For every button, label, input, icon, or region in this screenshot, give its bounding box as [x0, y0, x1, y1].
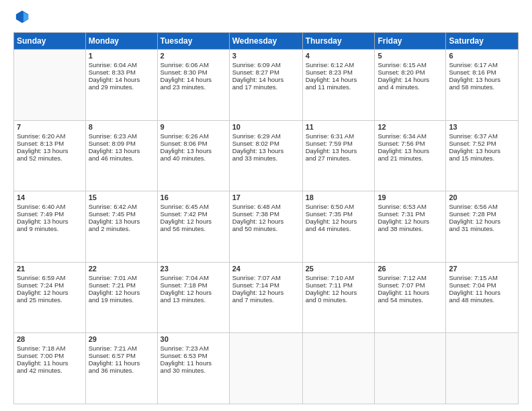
day-info-line: Daylight: 13 hours: [378, 147, 443, 154]
day-info-line: Sunrise: 6:20 AM: [17, 132, 83, 140]
day-number: 3: [232, 52, 300, 60]
calendar-cell: 23Sunrise: 7:04 AMSunset: 7:18 PMDayligh…: [157, 262, 229, 333]
logo-icon: [15, 9, 30, 24]
day-info-line: Sunset: 7:35 PM: [306, 210, 372, 218]
day-info-line: and 52 minutes.: [17, 154, 83, 162]
day-info-line: Sunset: 7:56 PM: [378, 140, 443, 147]
day-info-line: Sunset: 7:31 PM: [378, 210, 443, 218]
calendar-cell: 4Sunrise: 6:12 AMSunset: 8:23 PMDaylight…: [302, 50, 375, 121]
calendar-cell: 6Sunrise: 6:17 AMSunset: 8:16 PMDaylight…: [446, 50, 519, 121]
day-info-line: Daylight: 12 hours: [378, 218, 443, 225]
day-info-line: and 11 minutes.: [306, 83, 372, 91]
day-info-line: Sunset: 8:09 PM: [89, 140, 154, 147]
day-info-line: and 56 minutes.: [161, 225, 226, 232]
day-info-line: Daylight: 12 hours: [89, 289, 154, 296]
day-info-line: Daylight: 11 hours: [89, 359, 154, 367]
day-info-line: Sunset: 8:20 PM: [378, 68, 443, 76]
calendar-cell: [302, 333, 375, 404]
calendar-cell: [446, 333, 519, 404]
day-number: 21: [17, 265, 83, 273]
day-info-line: and 40 minutes.: [161, 154, 226, 162]
calendar-cell: 11Sunrise: 6:31 AMSunset: 7:59 PMDayligh…: [302, 120, 375, 191]
calendar-cell: 29Sunrise: 7:21 AMSunset: 6:57 PMDayligh…: [85, 333, 157, 404]
day-number: 29: [89, 335, 154, 343]
day-info-line: and 29 minutes.: [89, 83, 154, 91]
day-info-line: Sunset: 8:33 PM: [89, 68, 154, 76]
day-info-line: Sunrise: 6:59 AM: [17, 274, 83, 281]
day-info-line: and 15 minutes.: [449, 154, 515, 162]
day-info-line: and 38 minutes.: [378, 225, 443, 232]
day-number: 5: [378, 52, 443, 60]
calendar-week-row: 21Sunrise: 6:59 AMSunset: 7:24 PMDayligh…: [14, 262, 519, 333]
day-info-line: Sunset: 8:06 PM: [161, 140, 226, 147]
day-info-line: Sunrise: 7:04 AM: [161, 274, 226, 281]
day-info-line: and 27 minutes.: [306, 154, 372, 162]
calendar-cell: 24Sunrise: 7:07 AMSunset: 7:14 PMDayligh…: [229, 262, 302, 333]
day-info-line: Daylight: 14 hours: [89, 76, 154, 83]
day-info-line: Sunset: 7:28 PM: [449, 210, 515, 218]
calendar-body: 1Sunrise: 6:04 AMSunset: 8:33 PMDaylight…: [14, 50, 519, 404]
day-info-line: Daylight: 12 hours: [161, 289, 226, 296]
calendar-cell: 9Sunrise: 6:26 AMSunset: 8:06 PMDaylight…: [157, 120, 229, 191]
day-info-line: Sunrise: 7:23 AM: [161, 345, 226, 352]
day-info-line: and 58 minutes.: [449, 83, 515, 91]
day-info-line: Sunrise: 6:56 AM: [449, 203, 515, 210]
calendar-header-cell: Saturday: [446, 33, 519, 50]
calendar-cell: 15Sunrise: 6:42 AMSunset: 7:45 PMDayligh…: [85, 191, 157, 263]
day-info-line: and 44 minutes.: [306, 225, 372, 232]
calendar-cell: 14Sunrise: 6:40 AMSunset: 7:49 PMDayligh…: [14, 191, 86, 263]
calendar-cell: 10Sunrise: 6:29 AMSunset: 8:02 PMDayligh…: [229, 120, 302, 191]
day-info-line: Sunset: 7:11 PM: [306, 281, 372, 289]
day-info-line: Sunset: 7:04 PM: [449, 281, 515, 289]
calendar-cell: 7Sunrise: 6:20 AMSunset: 8:13 PMDaylight…: [14, 120, 86, 191]
day-info-line: and 31 minutes.: [449, 225, 515, 232]
day-info-line: Sunrise: 6:50 AM: [306, 203, 372, 210]
day-number: 12: [378, 123, 443, 131]
day-info-line: Daylight: 13 hours: [232, 147, 300, 154]
day-info-line: Daylight: 14 hours: [378, 76, 443, 83]
day-info-line: and 46 minutes.: [89, 154, 154, 162]
day-info-line: Sunset: 7:38 PM: [232, 210, 300, 218]
calendar-cell: 17Sunrise: 6:48 AMSunset: 7:38 PMDayligh…: [229, 191, 302, 263]
day-info-line: Sunrise: 7:18 AM: [17, 345, 83, 352]
day-info-line: Daylight: 12 hours: [17, 289, 83, 296]
calendar-cell: 3Sunrise: 6:09 AMSunset: 8:27 PMDaylight…: [229, 50, 302, 121]
day-number: 1: [89, 52, 154, 60]
calendar-header-row: SundayMondayTuesdayWednesdayThursdayFrid…: [14, 33, 519, 50]
calendar-cell: [14, 50, 86, 121]
day-info-line: Sunset: 7:07 PM: [378, 281, 443, 289]
calendar-header-cell: Friday: [375, 33, 446, 50]
day-number: 16: [161, 193, 226, 201]
day-info-line: and 7 minutes.: [232, 296, 300, 304]
day-info-line: Sunrise: 6:12 AM: [306, 61, 372, 68]
day-info-line: Daylight: 13 hours: [306, 147, 372, 154]
calendar-cell: 25Sunrise: 7:10 AMSunset: 7:11 PMDayligh…: [302, 262, 375, 333]
day-info-line: Sunrise: 6:48 AM: [232, 203, 300, 210]
day-info-line: Sunrise: 7:10 AM: [306, 274, 372, 281]
day-info-line: and 19 minutes.: [89, 296, 154, 304]
day-info-line: Sunrise: 6:06 AM: [161, 61, 226, 68]
day-info-line: Sunset: 8:30 PM: [161, 68, 226, 76]
day-number: 15: [89, 193, 154, 201]
calendar-cell: 20Sunrise: 6:56 AMSunset: 7:28 PMDayligh…: [446, 191, 519, 263]
day-info-line: Sunset: 7:52 PM: [449, 140, 515, 147]
calendar-cell: 16Sunrise: 6:45 AMSunset: 7:42 PMDayligh…: [157, 191, 229, 263]
day-info-line: Daylight: 14 hours: [232, 76, 300, 83]
day-info-line: Sunrise: 6:53 AM: [378, 203, 443, 210]
day-info-line: Sunrise: 6:26 AM: [161, 132, 226, 140]
day-info-line: Sunrise: 6:40 AM: [17, 203, 83, 210]
day-number: 19: [378, 193, 443, 201]
day-info-line: and 50 minutes.: [232, 225, 300, 232]
calendar-cell: 5Sunrise: 6:15 AMSunset: 8:20 PMDaylight…: [375, 50, 446, 121]
day-info-line: and 4 minutes.: [378, 83, 443, 91]
day-info-line: Sunset: 7:24 PM: [17, 281, 83, 289]
calendar-table: SundayMondayTuesdayWednesdayThursdayFrid…: [13, 32, 519, 404]
day-number: 10: [232, 123, 300, 131]
calendar-week-row: 1Sunrise: 6:04 AMSunset: 8:33 PMDaylight…: [14, 50, 519, 121]
day-info-line: and 25 minutes.: [17, 296, 83, 304]
day-info-line: Daylight: 12 hours: [449, 218, 515, 225]
calendar-cell: 13Sunrise: 6:37 AMSunset: 7:52 PMDayligh…: [446, 120, 519, 191]
day-info-line: Daylight: 11 hours: [17, 359, 83, 367]
day-info-line: Daylight: 13 hours: [17, 147, 83, 154]
day-info-line: and 54 minutes.: [378, 296, 443, 304]
